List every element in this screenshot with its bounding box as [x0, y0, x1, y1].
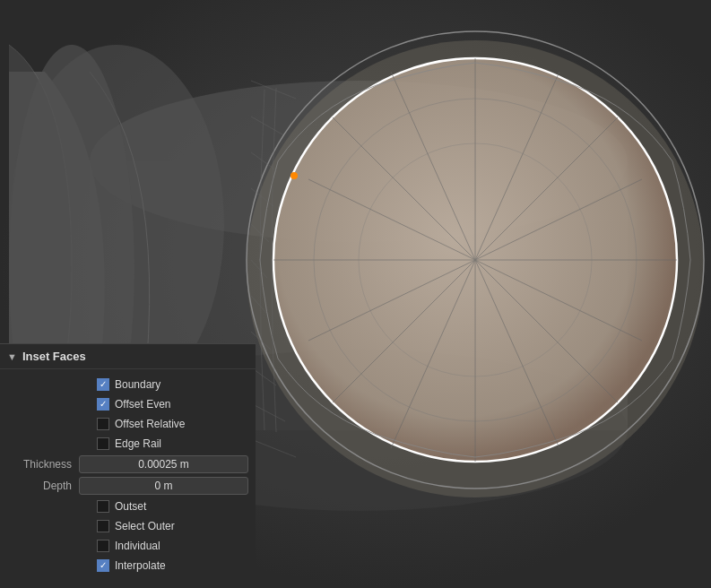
outset-checkbox[interactable] [97, 500, 109, 513]
inset-faces-panel: ▼ Inset Faces Boundary Offset Even [0, 343, 256, 588]
select-outer-wrap: Select Outer [97, 520, 175, 532]
select-outer-checkbox[interactable] [97, 520, 109, 532]
thickness-content: 0.00025 m [79, 455, 248, 473]
interpolate-row: Interpolate [0, 556, 256, 575]
boundary-checkbox[interactable] [97, 378, 109, 391]
outset-row: Outset [0, 497, 256, 516]
individual-row: Individual [0, 536, 256, 556]
offset-even-label: Offset Even [115, 398, 170, 411]
panel-collapse-icon: ▼ [7, 351, 17, 362]
svg-point-19 [290, 172, 298, 179]
offset-even-row: Offset Even [0, 394, 256, 414]
offset-even-content: Offset Even [97, 398, 248, 411]
depth-field[interactable]: 0 m [79, 477, 248, 495]
interpolate-label: Interpolate [115, 559, 166, 572]
individual-wrap: Individual [97, 540, 160, 552]
interpolate-checkbox[interactable] [97, 559, 109, 572]
offset-even-checkbox[interactable] [97, 398, 109, 411]
edge-rail-content: Edge Rail [97, 437, 248, 450]
edge-rail-label: Edge Rail [115, 437, 161, 450]
offset-relative-content: Offset Relative [97, 418, 248, 430]
outset-content: Outset [97, 500, 248, 513]
thickness-field[interactable]: 0.00025 m [79, 455, 248, 473]
outset-label: Outset [115, 500, 146, 513]
depth-label: Depth [7, 480, 79, 492]
edge-rail-row: Edge Rail [0, 434, 256, 454]
panel-title: Inset Faces [22, 350, 86, 363]
thickness-label: Thickness [7, 458, 79, 471]
edge-rail-wrap: Edge Rail [97, 437, 161, 450]
interpolate-wrap: Interpolate [97, 559, 166, 572]
offset-relative-wrap: Offset Relative [97, 418, 185, 430]
offset-even-wrap: Offset Even [97, 398, 170, 411]
individual-label: Individual [115, 540, 160, 552]
select-outer-label: Select Outer [115, 520, 175, 532]
offset-relative-label: Offset Relative [115, 418, 185, 430]
boundary-label: Boundary [115, 378, 160, 391]
edge-rail-checkbox[interactable] [97, 437, 109, 450]
boundary-row: Boundary [0, 375, 256, 394]
boundary-content: Boundary [97, 378, 248, 391]
panel-header[interactable]: ▼ Inset Faces [0, 344, 256, 369]
select-outer-content: Select Outer [97, 520, 248, 532]
depth-row: Depth 0 m [0, 475, 256, 497]
interpolate-content: Interpolate [97, 559, 248, 572]
offset-relative-checkbox[interactable] [97, 418, 109, 430]
offset-relative-row: Offset Relative [0, 414, 256, 434]
select-outer-row: Select Outer [0, 516, 256, 536]
individual-checkbox[interactable] [97, 540, 109, 552]
depth-content: 0 m [79, 477, 248, 495]
outset-wrap: Outset [97, 500, 146, 513]
panel-body: Boundary Offset Even Offset Relative [0, 369, 256, 581]
thickness-row: Thickness 0.00025 m [0, 454, 256, 475]
boundary-wrap: Boundary [97, 378, 160, 391]
individual-content: Individual [97, 540, 248, 552]
